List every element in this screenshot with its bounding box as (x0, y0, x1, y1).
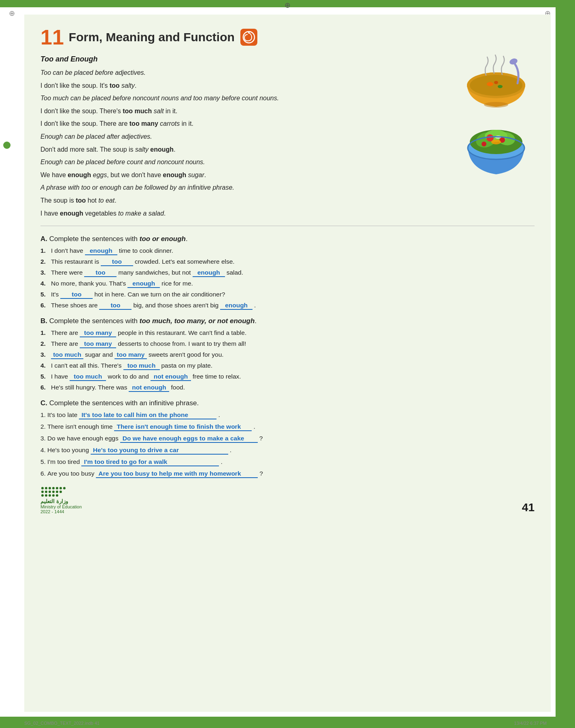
b-item-1-num: 1. (40, 329, 49, 336)
item-5-num: 5. (40, 291, 49, 298)
exercise-c-item-5: 5. I'm too tired I'm too tired to go for… (40, 458, 535, 466)
b-item-2-num: 2. (40, 340, 49, 347)
item-2-after: crowded. Let's eat somewhere else. (135, 258, 235, 265)
svg-point-32 (49, 494, 51, 497)
item-1-before: I don't have (51, 247, 83, 254)
ministry-dots (40, 486, 71, 498)
chapter-icon (240, 29, 257, 46)
exercise-c-item-1: 1. It's too late It's too late to call h… (40, 411, 535, 419)
b-item-6-answer: not enough (129, 384, 169, 392)
exercise-c-instruction: Complete the sentences with an infinitiv… (49, 399, 199, 407)
b-item-5-mid: work to do and (108, 373, 149, 380)
exercise-c-item-2: 2. There isn't enough time There isn't e… (40, 423, 535, 431)
c-item-2-punct: . (253, 423, 255, 430)
item-4-answer: enough (127, 280, 160, 288)
exercise-b-item-5: 5. I have too much work to do and not en… (40, 373, 535, 381)
section-heading: Too and Enough (40, 55, 535, 63)
images-right (462, 51, 530, 180)
item-2-num: 2. (40, 258, 49, 265)
chapter-title: Form, Meaning and Function (69, 30, 235, 44)
item-4-num: 4. (40, 280, 49, 287)
svg-point-23 (45, 487, 47, 489)
c-item-1-answer: It's too late to call him on the phone (79, 411, 216, 419)
c-item-1-before: It's too late (47, 411, 77, 419)
b-item-5-num: 5. (40, 373, 49, 380)
ministry-year: 2022 - 1444 (40, 509, 64, 514)
c-item-3-answer: Do we have enough eggs to make a cake (120, 435, 258, 443)
exercise-b: B. Complete the sentences with too much,… (40, 317, 535, 392)
b-item-1-after: people in this restaurant. We can't find… (118, 329, 246, 336)
b-item-2-answer: too many (80, 340, 116, 348)
exercise-c-item-3: 3. Do we have enough eggs Do we have eno… (40, 435, 535, 443)
svg-point-9 (498, 85, 503, 88)
b-item-4-after: pasta on my plate. (161, 362, 213, 369)
c-item-5-answer: I'm too tired to go for a walk (81, 458, 219, 466)
b-item-6-num: 6. (40, 384, 49, 391)
exercise-a-item-5: 5. It's too hot in here. Can we turn on … (40, 291, 535, 299)
para-3: Too much can be placed before noncount n… (40, 93, 454, 104)
item-6-answer1: too (99, 302, 132, 310)
c-item-4-before: He's too young (47, 447, 89, 454)
b-item-6-after: food. (171, 384, 185, 391)
reg-mark-tl: ⊕ (9, 9, 15, 18)
exercise-a-letter: A. (40, 235, 47, 243)
chapter-number: 11 (40, 27, 64, 48)
b-item-5-answer2: not enough (151, 373, 191, 381)
b-item-4-num: 4. (40, 362, 49, 369)
exercise-b-label: B. Complete the sentences with too much,… (40, 317, 535, 325)
ministry-logo: وزارة التعليم Ministry of Education 2022… (40, 486, 82, 514)
svg-point-7 (484, 102, 508, 108)
exercise-c-item-4: 4. He's too young He's too young to driv… (40, 447, 535, 455)
svg-point-37 (56, 491, 58, 493)
circle-left (3, 142, 11, 149)
exercise-a-item-4: 4. No more, thank you. That's enough ric… (40, 280, 535, 288)
c-item-1-num: 1. (40, 411, 46, 419)
exercise-a: A. Complete the sentences with too or en… (40, 235, 535, 310)
c-item-6-answer: Are you too busy to help me with my home… (96, 470, 258, 478)
svg-point-33 (52, 494, 55, 497)
exercise-b-item-4: 4. I can't eat all this. There's too muc… (40, 362, 535, 370)
b-item-1-before: There are (51, 329, 78, 336)
b-item-3-mid: sugar and (85, 351, 113, 358)
exercise-a-instruction: too or enough (140, 235, 186, 243)
svg-point-27 (45, 491, 47, 493)
exercise-b-instruction: too much, too many, or not enough (140, 317, 255, 325)
item-6-before: These shoes are (51, 302, 98, 309)
item-5-answer: too (60, 291, 93, 299)
content-footer: وزارة التعليم Ministry of Education 2022… (40, 486, 535, 514)
text-content: Too can be placed before adjectives. I d… (40, 68, 454, 218)
time-info: 13/4/22 6:37 PM (514, 721, 547, 726)
item-2-answer: too (101, 258, 133, 266)
c-item-4-punct: . (230, 447, 231, 454)
svg-point-24 (49, 487, 51, 489)
item-3-answer2: enough (193, 269, 225, 277)
b-item-6-before: He's still hungry. There was (51, 384, 127, 391)
c-item-3-before: Do we have enough eggs (47, 435, 119, 442)
svg-point-26 (41, 491, 44, 493)
circle-right (564, 324, 572, 331)
item-5-before: It's (51, 291, 59, 298)
svg-point-36 (63, 487, 66, 489)
divider (40, 226, 535, 226)
content-area: 11 Form, Meaning and Function Too and En… (24, 15, 551, 712)
exercise-a-label: A. Complete the sentences with too or en… (40, 235, 535, 243)
para-5: Enough can be placed after adjectives. (40, 131, 454, 142)
exercise-b-item-1: 1. There are too many people in this res… (40, 329, 535, 337)
svg-point-6 (509, 57, 518, 66)
item-2-before: This restaurant is (51, 258, 99, 265)
svg-point-30 (41, 494, 44, 497)
c-item-1-punct: . (218, 411, 220, 419)
page-wrapper: ⊕ ⊕ ⊕ 11 Form, Meaning and Function Too … (0, 0, 575, 728)
b-item-4-answer: too much (123, 362, 160, 370)
svg-point-19 (482, 142, 486, 146)
para-9: A phrase with too or enough can be follo… (40, 182, 454, 193)
b-item-5-answer1: too much (70, 373, 106, 381)
svg-point-38 (59, 491, 62, 493)
b-item-3-after: sweets aren't good for you. (149, 351, 224, 358)
b-item-1-answer: too many (80, 329, 116, 337)
item-6-answer2: enough (220, 302, 252, 310)
para-4a: I don't like the soup. There's too much … (40, 106, 454, 116)
b-item-3-answer1: too much (51, 351, 83, 359)
c-item-2-before: There isn't enough time (47, 423, 113, 430)
para-10b: I have enough vegetables to make a salad… (40, 208, 454, 219)
